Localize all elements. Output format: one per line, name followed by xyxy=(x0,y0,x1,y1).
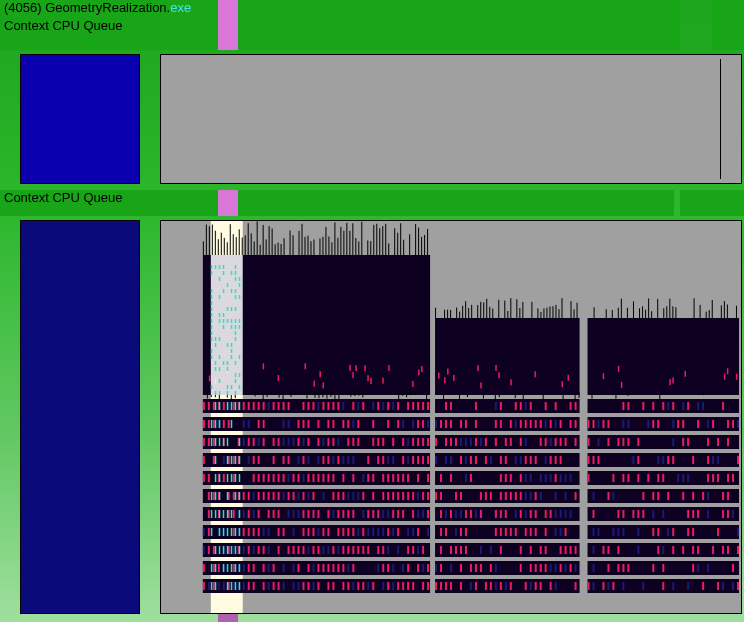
svg-rect-452 xyxy=(273,456,275,464)
time-cursor[interactable] xyxy=(218,18,238,50)
svg-rect-294 xyxy=(203,417,430,431)
svg-rect-140 xyxy=(594,307,595,318)
svg-rect-909 xyxy=(377,564,379,572)
svg-rect-502 xyxy=(632,456,634,464)
svg-rect-989 xyxy=(412,582,414,590)
svg-rect-312 xyxy=(332,420,334,428)
svg-rect-580 xyxy=(712,474,714,482)
time-cursor-tail[interactable] xyxy=(218,614,238,622)
svg-rect-96 xyxy=(459,312,460,318)
svg-rect-1111 xyxy=(211,289,212,293)
svg-rect-1166 xyxy=(227,385,228,389)
svg-rect-103 xyxy=(483,302,484,318)
svg-rect-700 xyxy=(445,510,447,518)
svg-rect-123 xyxy=(561,298,562,318)
flamegraph-canvas[interactable] xyxy=(161,221,741,613)
svg-rect-309 xyxy=(307,420,309,428)
svg-rect-517 xyxy=(223,474,225,482)
svg-rect-407 xyxy=(445,438,447,446)
svg-rect-467 xyxy=(377,456,379,464)
svg-rect-1073 xyxy=(231,528,232,536)
mini-overview-2[interactable] xyxy=(20,220,140,614)
svg-rect-222 xyxy=(219,394,220,400)
svg-rect-988 xyxy=(407,582,409,590)
svg-rect-1000 xyxy=(485,582,487,590)
svg-rect-61 xyxy=(397,233,398,255)
svg-rect-219 xyxy=(207,392,208,398)
timeline-2-flamegraph[interactable] xyxy=(160,220,742,614)
svg-rect-750 xyxy=(268,528,270,536)
svg-rect-1101 xyxy=(235,265,236,269)
queue-header-2[interactable]: Context CPU Queue xyxy=(4,190,123,205)
svg-rect-991 xyxy=(427,582,429,590)
svg-rect-1 xyxy=(203,241,204,255)
svg-rect-1044 xyxy=(239,438,240,446)
svg-rect-295 xyxy=(203,420,205,428)
svg-rect-543 xyxy=(392,474,394,482)
svg-rect-639 xyxy=(530,492,532,500)
svg-rect-1110 xyxy=(239,283,240,287)
svg-rect-754 xyxy=(303,528,305,536)
svg-rect-841 xyxy=(367,546,369,554)
svg-rect-129 xyxy=(444,377,445,383)
svg-rect-400 xyxy=(407,438,409,446)
svg-rect-1100 xyxy=(223,265,224,269)
svg-rect-903 xyxy=(327,564,329,572)
svg-rect-367 xyxy=(737,420,739,428)
svg-rect-616 xyxy=(387,492,389,500)
svg-rect-77 xyxy=(313,381,314,387)
svg-rect-682 xyxy=(342,510,344,518)
svg-rect-203 xyxy=(337,402,339,410)
svg-rect-503 xyxy=(637,456,639,464)
svg-rect-328 xyxy=(445,420,447,428)
svg-rect-864 xyxy=(565,546,567,554)
svg-rect-862 xyxy=(545,546,547,554)
svg-rect-1124 xyxy=(211,313,212,317)
svg-rect-958 xyxy=(233,582,235,590)
timeline-1[interactable] xyxy=(160,54,742,184)
svg-rect-115 xyxy=(537,308,538,318)
process-label: (4056) GeometryRealization.exe xyxy=(4,0,191,15)
svg-rect-614 xyxy=(372,492,374,500)
svg-rect-703 xyxy=(460,510,462,518)
svg-rect-334 xyxy=(500,420,502,428)
svg-rect-537 xyxy=(352,474,354,482)
mini-overview-1[interactable] xyxy=(20,54,140,184)
svg-rect-42 xyxy=(334,222,335,255)
svg-rect-797 xyxy=(597,528,599,536)
svg-rect-796 xyxy=(593,528,595,536)
svg-rect-1080 xyxy=(231,546,232,554)
svg-rect-5 xyxy=(215,231,216,255)
svg-rect-308 xyxy=(303,420,305,428)
svg-rect-1078 xyxy=(223,546,224,554)
svg-rect-385 xyxy=(303,438,305,446)
svg-rect-489 xyxy=(515,456,517,464)
svg-rect-911 xyxy=(387,564,389,572)
svg-rect-848 xyxy=(417,546,419,554)
svg-rect-366 xyxy=(732,420,734,428)
svg-rect-751 xyxy=(278,528,280,536)
svg-rect-1054 xyxy=(235,474,236,482)
svg-rect-411 xyxy=(465,438,467,446)
svg-rect-685 xyxy=(362,510,364,518)
svg-rect-633 xyxy=(500,492,502,500)
svg-rect-157 xyxy=(675,307,676,318)
time-cursor[interactable] xyxy=(218,0,238,18)
svg-rect-1092 xyxy=(227,582,228,590)
svg-rect-941 xyxy=(607,564,609,572)
svg-rect-1107 xyxy=(235,277,236,281)
svg-rect-823 xyxy=(268,546,270,554)
svg-rect-518 xyxy=(233,474,235,482)
svg-rect-922 xyxy=(460,564,462,572)
svg-rect-879 xyxy=(712,546,714,554)
svg-rect-1140 xyxy=(235,331,236,335)
svg-rect-759 xyxy=(327,528,329,536)
svg-rect-782 xyxy=(465,528,467,536)
svg-rect-552 xyxy=(465,474,467,482)
time-cursor[interactable] xyxy=(218,190,238,216)
svg-rect-429 xyxy=(588,438,590,446)
svg-rect-64 xyxy=(409,234,410,255)
queue-header-1[interactable]: Context CPU Queue xyxy=(4,18,123,33)
svg-rect-204 xyxy=(342,402,344,410)
svg-rect-1007 xyxy=(530,582,532,590)
